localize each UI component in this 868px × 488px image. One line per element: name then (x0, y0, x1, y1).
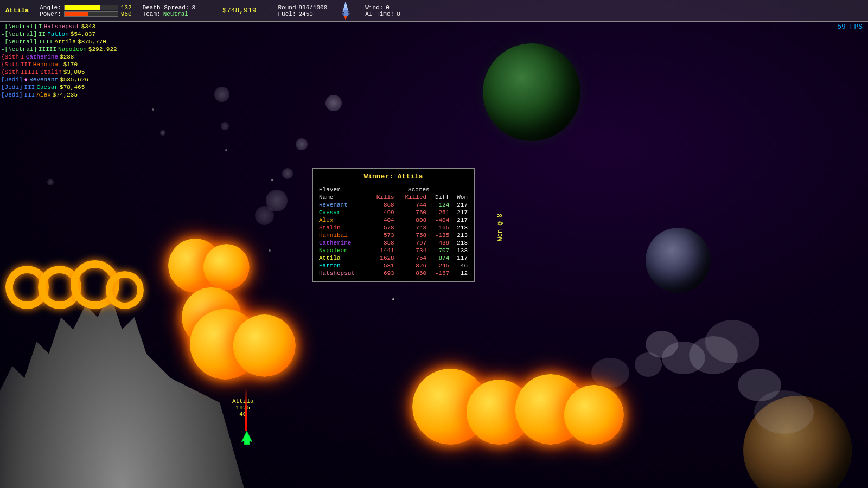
player-team-10: [Jedi] (1, 92, 23, 98)
score-diff-2: -404 (428, 216, 451, 224)
planet-medium (646, 228, 711, 293)
th-kills: Kills (368, 194, 396, 201)
bubble-5 (255, 206, 274, 225)
player-rank-3: IIII (39, 38, 53, 45)
orb-ring-4 (106, 271, 144, 309)
hud-deathspread-label: Death Spread: (143, 4, 189, 11)
particle-4 (269, 249, 271, 252)
hud-ai-section: Wind: 0 AI Time: 8 (365, 4, 400, 17)
player-money-9: $78,465 (60, 84, 85, 91)
score-won-3: 213 (451, 224, 469, 232)
score-name-0: Revenant (317, 201, 368, 209)
score-won-8: 46 (451, 262, 469, 269)
hud-team-value: Neutral (163, 11, 188, 17)
score-won-7: 117 (451, 254, 469, 262)
score-killed-4: 758 (396, 232, 428, 239)
laser-beam (245, 388, 247, 431)
smoke-6 (705, 320, 760, 363)
attila-label: Attila 1925 40 (232, 398, 254, 418)
bubble-8 (160, 130, 165, 136)
th-won: Won (451, 194, 469, 201)
smoke-5 (591, 358, 629, 388)
player-rank-8: ● (24, 76, 28, 83)
player-team-6: {Sith (1, 61, 19, 68)
player-money-7: $3,005 (63, 69, 85, 75)
score-killed-3: 743 (396, 224, 428, 232)
score-diff-8: -245 (428, 262, 451, 269)
score-won-0: 217 (451, 201, 469, 209)
hud-power-fill (65, 12, 88, 16)
won-at-8-text: Won @ 8 (496, 214, 504, 241)
score-name-8: Patton (317, 262, 368, 269)
smoke-3 (635, 352, 662, 377)
hud-team-label: Team: (143, 11, 161, 17)
th-name: Name (317, 194, 368, 201)
score-row-patton: Patton 581 826 -245 46 (317, 262, 469, 269)
hud-angle-label: Angle: (40, 4, 61, 11)
player-money-2: $54,837 (71, 31, 95, 37)
score-kills-9: 693 (368, 269, 396, 277)
winner-dialog[interactable]: Winner: Attila Player Scores Name Kills … (312, 168, 475, 282)
player-rank-7: IIIII (21, 69, 39, 75)
score-name-6: Napoleon (317, 247, 368, 254)
player-row-alex: [Jedi] III Alex $74,235 (1, 91, 117, 99)
svg-marker-6 (344, 16, 347, 20)
winner-title: Winner: Attila (313, 169, 474, 184)
scores-header-row: Player Scores (317, 186, 469, 194)
player-row-napoleon: -[Neutral] IIIII Napoleon $292,922 (1, 46, 117, 53)
score-kills-2: 404 (368, 216, 396, 224)
hud-power-label: Power: (40, 11, 61, 17)
score-row-attila: Attila 1628 754 874 117 (317, 254, 469, 262)
player-money-3: $875,770 (78, 38, 106, 45)
player-name-9: Caesar (36, 84, 58, 91)
player-rank-6: III (21, 61, 31, 68)
score-killed-2: 808 (396, 216, 428, 224)
score-name-7: Attila (317, 254, 368, 262)
score-won-2: 217 (451, 216, 469, 224)
fps-value: 59 FPS (837, 23, 863, 31)
score-row-napoleon: Napoleon 1441 734 707 138 (317, 247, 469, 254)
winner-dialog-body: Player Scores Name Kills Killed Diff Won… (313, 184, 474, 281)
hud-power-bar (64, 11, 118, 17)
score-row-stalin: Stalin 578 743 -165 213 (317, 224, 469, 232)
player-name-1: Hatshepsut (44, 23, 80, 30)
score-row-revenant: Revenant 868 744 124 217 (317, 201, 469, 209)
score-won-4: 213 (451, 232, 469, 239)
won-at-8-label: Won @ 8 (496, 214, 504, 241)
hud-power-value: 950 (121, 11, 132, 17)
player-money-4: $292,922 (88, 46, 117, 53)
player-money-6: $170 (63, 61, 78, 68)
player-row-revenant: [Jedi] ● Revenant $535,626 (1, 76, 117, 84)
score-killed-5: 797 (396, 239, 428, 247)
hud-wind-value: 0 (386, 4, 390, 11)
player-money-10: $74,235 (53, 92, 78, 98)
player-name-3: Attila (54, 38, 76, 45)
player-team-8: [Jedi] (1, 76, 23, 83)
bubble-4 (282, 168, 293, 179)
th-killed: Killed (396, 194, 428, 201)
score-diff-3: -165 (428, 224, 451, 232)
player-rank-1: I (39, 23, 42, 30)
score-name-4: Hannibal (317, 232, 368, 239)
hud-fuel-label: Fuel: (278, 11, 296, 17)
score-kills-4: 573 (368, 232, 396, 239)
player-name-10: Alex (36, 92, 50, 98)
score-won-9: 12 (451, 269, 469, 277)
hud-money: $748,919 (222, 7, 256, 15)
score-diff-9: -167 (428, 269, 451, 277)
score-name-5: Catherine (317, 239, 368, 247)
player-row-hatshepsut: -[Neutral] I Hatshepsut $343 (1, 23, 117, 30)
hud-player-name: Attila (5, 7, 29, 15)
score-kills-7: 1628 (368, 254, 396, 262)
score-name-3: Stalin (317, 224, 368, 232)
player-team-4: -[Neutral] (1, 46, 37, 53)
score-row-hatshepsut: Hatshepsut 693 860 -167 12 (317, 269, 469, 277)
svg-point-5 (344, 5, 347, 8)
player-row-catherine: {Sith I Catherine $288 (1, 53, 117, 61)
score-name-2: Alex (317, 216, 368, 224)
player-rank-5: I (21, 54, 24, 60)
player-money-8: $535,626 (60, 76, 88, 83)
particle-1 (271, 179, 273, 181)
hud-fuel-value: 2450 (299, 11, 313, 17)
col-player: Player (317, 186, 368, 194)
